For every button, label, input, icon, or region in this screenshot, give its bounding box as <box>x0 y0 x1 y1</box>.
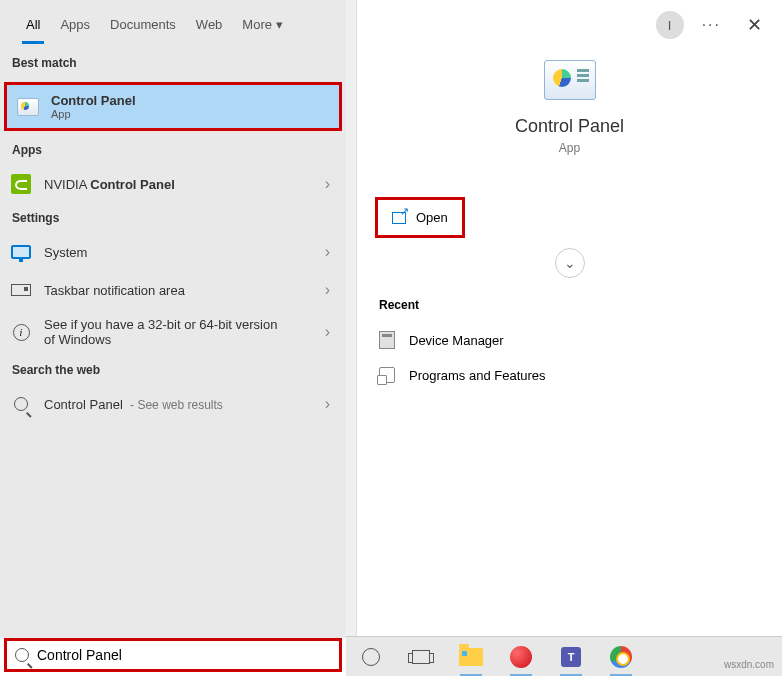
chrome-icon <box>610 646 632 668</box>
filter-tabs: All Apps Documents Web More▾ <box>0 0 346 48</box>
opera-button[interactable] <box>508 644 534 670</box>
recent-device-manager[interactable]: Device Manager <box>357 322 782 358</box>
section-apps: Apps <box>0 135 346 165</box>
search-icon <box>15 648 29 662</box>
result-32-64-bit[interactable]: i See if you have a 32-bit or 64-bit ver… <box>0 309 346 355</box>
detail-subtitle: App <box>357 141 782 155</box>
search-input[interactable] <box>37 647 331 663</box>
result-nvidia-control-panel[interactable]: NVIDIA Control Panel › <box>0 165 346 203</box>
cortana-icon <box>362 648 380 666</box>
chrome-button[interactable] <box>608 644 634 670</box>
chevron-down-icon: ▾ <box>276 17 283 32</box>
watermark: wsxdn.com <box>724 659 774 670</box>
task-view-button[interactable] <box>408 644 434 670</box>
tab-documents[interactable]: Documents <box>100 5 186 44</box>
chevron-right-icon: › <box>325 243 336 261</box>
tab-all[interactable]: All <box>16 5 50 44</box>
tab-apps[interactable]: Apps <box>50 5 100 44</box>
section-settings: Settings <box>0 203 346 233</box>
results-pane: All Apps Documents Web More▾ Best match … <box>0 0 346 638</box>
detail-title: Control Panel <box>357 116 782 137</box>
chevron-right-icon: › <box>325 323 336 341</box>
teams-icon <box>561 647 581 667</box>
chevron-down-icon: ⌄ <box>564 255 576 271</box>
file-explorer-icon <box>459 648 483 666</box>
chevron-right-icon: › <box>325 395 336 413</box>
file-explorer-button[interactable] <box>458 644 484 670</box>
info-icon: i <box>10 321 32 343</box>
open-icon <box>392 212 406 224</box>
open-button[interactable]: Open <box>375 197 465 238</box>
opera-icon <box>510 646 532 668</box>
result-system[interactable]: System › <box>0 233 346 271</box>
detail-pane: I ··· ✕ Control Panel App Open ⌄ Recent … <box>356 0 782 638</box>
control-panel-large-icon <box>544 60 596 100</box>
expand-button[interactable]: ⌄ <box>555 248 585 278</box>
nvidia-icon <box>10 173 32 195</box>
programs-features-icon <box>379 367 395 383</box>
more-options-icon[interactable]: ··· <box>702 16 721 34</box>
search-icon <box>10 393 32 415</box>
result-control-panel[interactable]: Control Panel App <box>4 82 342 131</box>
taskbar <box>346 636 782 676</box>
result-web-control-panel[interactable]: Control Panel - See web results › <box>0 385 346 423</box>
chevron-right-icon: › <box>325 175 336 193</box>
search-box[interactable] <box>4 638 342 672</box>
section-search-web: Search the web <box>0 355 346 385</box>
chevron-right-icon: › <box>325 281 336 299</box>
result-taskbar-notification[interactable]: Taskbar notification area › <box>0 271 346 309</box>
tab-web[interactable]: Web <box>186 5 233 44</box>
taskbar-icon <box>10 279 32 301</box>
section-recent: Recent <box>357 278 782 322</box>
teams-button[interactable] <box>558 644 584 670</box>
user-avatar[interactable]: I <box>656 11 684 39</box>
monitor-icon <box>10 241 32 263</box>
task-view-icon <box>412 650 430 664</box>
device-manager-icon <box>379 331 395 349</box>
section-best-match: Best match <box>0 48 346 78</box>
recent-programs-features[interactable]: Programs and Features <box>357 358 782 392</box>
tab-more[interactable]: More▾ <box>232 5 293 44</box>
control-panel-icon <box>17 96 39 118</box>
close-icon[interactable]: ✕ <box>739 10 770 40</box>
cortana-button[interactable] <box>358 644 384 670</box>
